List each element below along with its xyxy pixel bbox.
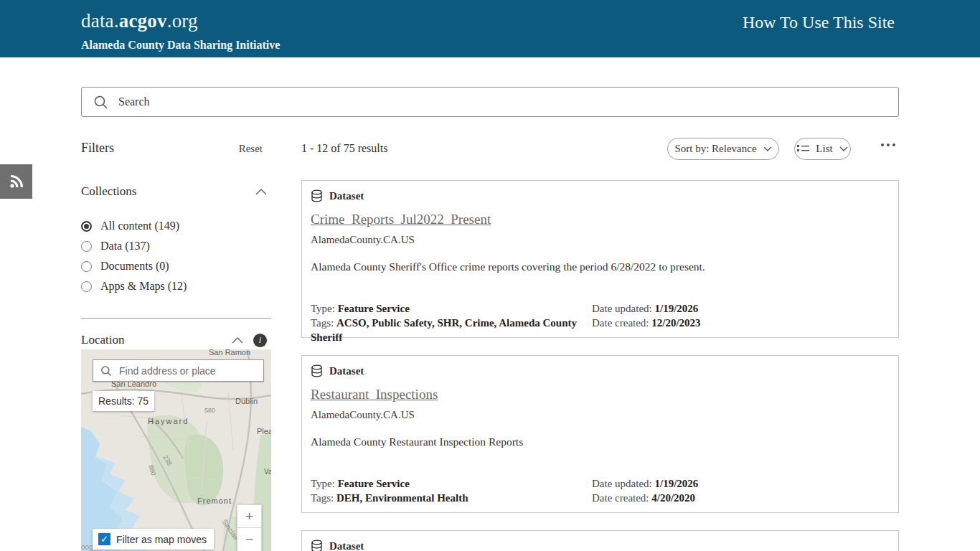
- result-card: Dataset Restaurant_Inspections AlamedaCo…: [301, 355, 899, 513]
- map-label-580: 580: [204, 407, 215, 414]
- meta-updated-key: Date updated:: [592, 478, 652, 489]
- map-label-dublin: Dublin: [235, 397, 258, 405]
- chevron-down-icon: [839, 146, 848, 151]
- map-label-san-ramon: San Ramon: [209, 349, 250, 357]
- meta-tags-value: ACSO, Public Safety, SHR, Crime, Alameda…: [311, 317, 577, 343]
- radio-circle-icon: [81, 281, 92, 292]
- map-attribution: oog: [81, 543, 93, 551]
- collections-title: Collections: [81, 184, 136, 199]
- location-map[interactable]: San Ramon San Leandro Dublin Hayward Ple…: [81, 349, 271, 551]
- radio-documents[interactable]: Documents (0): [81, 256, 271, 276]
- rss-button[interactable]: [0, 164, 32, 199]
- view-mode-dropdown[interactable]: List: [794, 138, 851, 160]
- result-owner: AlamedaCounty.CA.US: [311, 409, 890, 421]
- meta-type-key: Type:: [311, 478, 335, 489]
- collections-section-header[interactable]: Collections: [81, 184, 271, 199]
- info-icon[interactable]: i: [253, 334, 267, 347]
- search-input[interactable]: [118, 95, 898, 108]
- radio-data[interactable]: Data (137): [81, 236, 271, 256]
- result-owner: AlamedaCounty.CA.US: [311, 234, 890, 246]
- radio-circle-icon: [81, 241, 92, 252]
- meta-updated-key: Date updated:: [592, 303, 652, 314]
- result-type-label: Dataset: [329, 365, 364, 377]
- filters-panel: Filters Reset Collections All content (1…: [81, 141, 271, 347]
- site-subtitle: Alameda County Data Sharing Initiative: [81, 39, 280, 52]
- result-type-label: Dataset: [329, 540, 364, 551]
- search-bar: [81, 87, 899, 117]
- result-meta: Type: Feature Service Tags: DEH, Environ…: [311, 476, 890, 505]
- list-view-icon: [797, 144, 809, 154]
- meta-updated-value: 1/19/2026: [654, 478, 698, 489]
- page: data.acgov.org Alameda County Data Shari…: [0, 0, 980, 551]
- site-title[interactable]: data.acgov.org: [81, 10, 198, 32]
- meta-created-key: Date created:: [592, 492, 649, 504]
- map-find-input[interactable]: [119, 365, 263, 377]
- collections-options: All content (149) Data (137) Documents (…: [81, 216, 271, 296]
- map-label-pleasanton: Plea: [257, 427, 271, 435]
- meta-type-value: Feature Service: [338, 478, 410, 489]
- radio-apps-maps[interactable]: Apps & Maps (12): [81, 276, 271, 296]
- map-filter-label: Filter as map moves: [116, 534, 207, 545]
- sort-by-label: Sort by: Relevance: [674, 143, 756, 155]
- results-header: 1 - 12 of 75 results Sort by: Relevance …: [301, 136, 899, 161]
- site-title-bold: acgov: [119, 10, 167, 32]
- view-mode-label: List: [816, 143, 832, 155]
- site-title-post: .org: [167, 10, 198, 32]
- result-description: Alameda County Restaurant Inspection Rep…: [311, 435, 890, 448]
- map-results-count: Results: 75: [93, 391, 154, 411]
- site-title-pre: data.: [81, 10, 119, 32]
- result-title-link[interactable]: Restaurant_Inspections: [311, 387, 438, 402]
- search-icon: [100, 365, 112, 377]
- results-list: Dataset Crime_Reports_Jul2022_Present Al…: [301, 180, 899, 551]
- dataset-icon: [311, 540, 323, 551]
- how-to-use-link[interactable]: How To Use This Site: [743, 13, 895, 32]
- sort-by-dropdown[interactable]: Sort by: Relevance: [667, 138, 779, 160]
- radio-label: Apps & Maps (12): [100, 280, 187, 293]
- meta-type-key: Type:: [311, 303, 335, 314]
- map-label-va: Va: [264, 468, 271, 476]
- result-meta: Type: Feature Service Tags: ACSO, Public…: [311, 301, 890, 330]
- dataset-icon: [311, 189, 323, 202]
- radio-circle-icon: [81, 261, 92, 272]
- radio-circle-icon: [81, 221, 92, 232]
- chevron-up-icon: [255, 189, 267, 195]
- meta-updated-value: 1/19/2026: [654, 303, 698, 314]
- zoom-in-button[interactable]: +: [237, 504, 262, 528]
- results-count: 1 - 12 of 75 results: [301, 142, 387, 155]
- result-card: Dataset Crime_Reports_Jul2022_Present Al…: [301, 180, 899, 338]
- location-title: Location: [81, 333, 124, 347]
- filters-title: Filters: [81, 141, 114, 156]
- site-header: data.acgov.org Alameda County Data Shari…: [0, 0, 980, 57]
- section-divider: [81, 318, 271, 319]
- result-description: Alameda County Sheriff's Office crime re…: [311, 260, 890, 273]
- filter-as-map-moves[interactable]: ✓ Filter as map moves: [93, 529, 214, 550]
- result-card: Dataset: [301, 530, 899, 551]
- map-find-box: [93, 359, 264, 382]
- dataset-icon: [311, 364, 323, 377]
- result-title-link[interactable]: Crime_Reports_Jul2022_Present: [311, 212, 491, 227]
- result-type-label: Dataset: [329, 190, 364, 202]
- chevron-up-icon: [232, 337, 243, 344]
- map-label-hayward: Hayward: [148, 417, 189, 425]
- meta-tags-key: Tags:: [311, 492, 334, 504]
- meta-tags-value: DEH, Environmental Health: [336, 492, 468, 504]
- radio-label: All content (149): [100, 220, 179, 232]
- meta-created-value: 4/20/2020: [651, 492, 695, 504]
- chevron-down-icon: [763, 146, 772, 151]
- search-icon: [93, 95, 108, 110]
- radio-label: Data (137): [100, 240, 150, 253]
- rss-icon: [8, 173, 25, 190]
- meta-type-value: Feature Service: [338, 303, 410, 314]
- map-filter-checkbox[interactable]: ✓: [98, 533, 110, 545]
- meta-created-key: Date created:: [592, 317, 649, 329]
- zoom-out-button[interactable]: −: [237, 528, 262, 551]
- radio-label: Documents (0): [100, 260, 169, 273]
- location-section-header[interactable]: Location i: [81, 333, 271, 347]
- reset-filters-link[interactable]: Reset: [239, 143, 263, 155]
- map-label-fremont: Fremont: [197, 496, 232, 505]
- map-zoom-controls: + −: [237, 504, 262, 551]
- more-options-icon[interactable]: [881, 143, 895, 146]
- meta-tags-key: Tags:: [311, 317, 334, 329]
- meta-created-value: 12/20/2023: [651, 317, 700, 329]
- radio-all-content[interactable]: All content (149): [81, 216, 271, 236]
